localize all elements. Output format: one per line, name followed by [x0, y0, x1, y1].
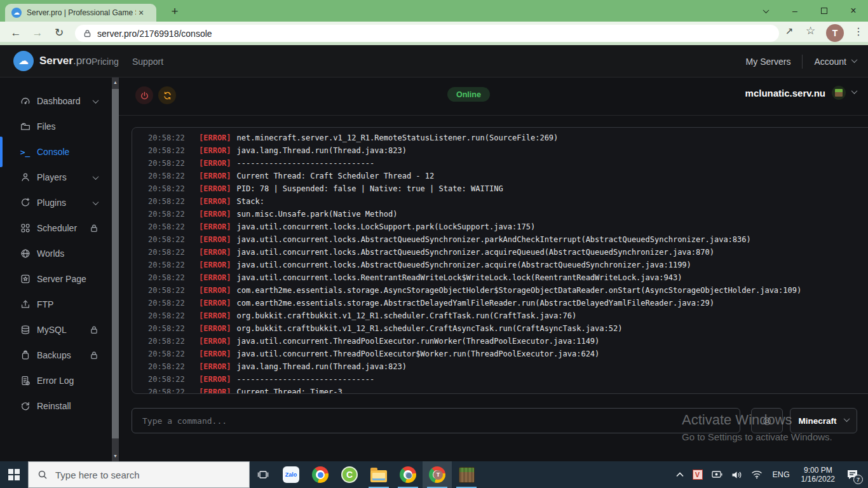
log-row: 20:58:22[ERROR]java.util.concurrent.Thre… [132, 335, 868, 348]
tab-search-icon[interactable] [751, 0, 780, 22]
log-level-tag: [ERROR] [199, 157, 231, 170]
bookmark-star-icon[interactable]: ☆ [806, 24, 815, 37]
sidebar-item-label: Server Page [37, 274, 98, 284]
browser-tab[interactable]: ☁ Server.pro | Professional Game Se × [5, 4, 156, 22]
taskbar-search[interactable]: Type here to search [28, 461, 250, 488]
tab-title: Server.pro | Professional Game Se [27, 8, 136, 17]
sidebar-item-mysql[interactable]: MySQL [0, 317, 112, 342]
taskbar-app-chrome[interactable] [306, 461, 335, 488]
sidebar-item-dashboard[interactable]: Dashboard [0, 88, 112, 114]
console-action-button[interactable]: ◎ [751, 408, 783, 433]
log-timestamp: 20:58:22 [148, 259, 185, 271]
log-message: java.util.concurrent.ThreadPoolExecutor.… [237, 337, 600, 346]
log-message: java.lang.Thread.run(Thread.java:823) [237, 362, 407, 371]
sidebar-item-scheduler[interactable]: Scheduler [0, 215, 112, 241]
window-close-button[interactable]: × [839, 0, 868, 22]
console-output[interactable]: 20:58:22[ERROR]net.minecraft.server.v1_1… [132, 127, 868, 394]
sidebar-item-server-page[interactable]: Server Page [0, 266, 112, 292]
maximize-button[interactable] [810, 0, 839, 22]
lock-icon [84, 29, 91, 37]
log-row: 20:58:22[ERROR]PID: 78 | Suspended: fals… [132, 182, 868, 195]
sidebar-item-label: Dashboard [37, 96, 93, 106]
log-message: java.lang.Thread.run(Thread.java:823) [237, 146, 407, 155]
taskbar-app-minecraft[interactable] [452, 461, 481, 488]
task-view-icon[interactable] [250, 461, 276, 488]
brand-name[interactable]: Server.pro [39, 55, 92, 67]
sidebar-item-label: Players [37, 172, 93, 182]
sidebar-item-backups[interactable]: Backups [0, 342, 112, 368]
share-icon[interactable]: ↗ [785, 25, 794, 37]
sidebar-item-label: Reinstall [37, 401, 98, 411]
sidebar-item-console[interactable]: >_Console [0, 139, 112, 165]
chevron-down-icon [93, 99, 98, 104]
address-bar[interactable]: server.pro/21769918/console [75, 25, 779, 42]
log-level-tag: [ERROR] [199, 144, 231, 157]
sidebar-item-worlds[interactable]: Worlds [0, 241, 112, 266]
scroll-up-icon[interactable]: ▲ [112, 79, 119, 86]
serverpro-favicon-icon: ☁ [11, 8, 22, 18]
language-indicator[interactable]: ENG [767, 461, 796, 488]
log-timestamp: 20:58:22 [148, 335, 185, 348]
sidebar-scrollbar[interactable]: ▲ ▼ [112, 78, 119, 461]
sidebar-scroll-thumb[interactable] [112, 89, 119, 438]
forward-icon[interactable]: → [29, 25, 46, 41]
start-button[interactable] [0, 461, 28, 488]
windows-logo-icon [8, 469, 20, 480]
log-level-tag: [ERROR] [199, 348, 231, 360]
log-timestamp: 20:58:22 [148, 170, 185, 182]
taskbar-app-chrome-profile[interactable] [393, 461, 423, 488]
command-input[interactable] [132, 408, 740, 433]
browser-menu-icon[interactable]: ⋮ [853, 25, 864, 37]
profile-avatar[interactable]: T [826, 24, 844, 42]
taskbar-app-chrome-active[interactable]: T [423, 461, 452, 488]
v-app-icon[interactable]: V [688, 461, 707, 488]
power-button[interactable] [135, 86, 153, 104]
cast-icon[interactable] [707, 461, 727, 488]
account-menu[interactable]: Account [814, 57, 857, 67]
restart-button[interactable] [158, 86, 176, 104]
back-icon[interactable]: ← [8, 25, 24, 41]
log-row: 20:58:22[ERROR]net.minecraft.server.v1_1… [132, 132, 868, 144]
taskbar-app-explorer[interactable] [364, 461, 393, 488]
taskbar-app-coccoc[interactable]: C [335, 461, 364, 488]
log-message: com.earth2me.essentials.storage.AsyncSto… [237, 286, 802, 295]
log-message: Stack: [237, 197, 264, 206]
sidebar-item-error-log[interactable]: Error Log [0, 368, 112, 393]
sidebar-item-label: Console [37, 147, 98, 157]
nav-pricing[interactable]: Pricing [92, 57, 119, 67]
version-dropdown[interactable]: Minecraft [790, 408, 857, 433]
nav-support[interactable]: Support [132, 57, 163, 67]
minimize-button[interactable]: – [780, 0, 810, 22]
log-level-tag: [ERROR] [199, 233, 231, 246]
clock[interactable]: 9:00 PM 1/16/2022 [796, 461, 841, 488]
serverpro-logo-icon[interactable]: ☁ [13, 51, 34, 71]
log-level-tag: [ERROR] [199, 170, 231, 182]
log-timestamp: 20:58:22 [148, 297, 185, 309]
tab-close-icon[interactable]: × [139, 8, 144, 18]
chevron-down-icon [851, 57, 858, 63]
sidebar-item-reinstall[interactable]: Reinstall [0, 393, 112, 419]
notification-center-icon[interactable]: 7 [841, 461, 868, 488]
screen: ☁ Server.pro | Professional Game Se × + … [0, 0, 868, 488]
sidebar-item-players[interactable]: Players [0, 165, 112, 190]
chevron-down-icon [93, 201, 98, 205]
notification-badge: 7 [853, 475, 863, 484]
server-selector[interactable]: mclunatic.serv.nu [745, 86, 857, 100]
volume-icon[interactable] [727, 461, 747, 488]
sidebar-item-ftp[interactable]: FTP [0, 292, 112, 317]
sidebar-item-files[interactable]: Files [0, 114, 112, 139]
tray-chevron-up-icon[interactable] [672, 461, 688, 488]
log-timestamp: 20:58:22 [148, 271, 185, 284]
circle-icon: ◎ [763, 415, 771, 426]
app-header: ☁ Server.pro Pricing Support My Servers … [0, 45, 868, 78]
new-tab-button[interactable]: + [166, 3, 183, 20]
refresh-page-icon[interactable]: ↻ [51, 25, 67, 41]
wifi-icon[interactable] [747, 461, 767, 488]
taskbar-app-zalo[interactable]: Zalo [276, 461, 306, 488]
log-timestamp: 20:58:22 [148, 157, 185, 170]
sidebar-item-plugins[interactable]: Plugins [0, 190, 112, 215]
log-row: 20:58:22[ERROR]Current Thread: Timer-3 [132, 386, 868, 394]
log-timestamp: 20:58:22 [148, 386, 185, 394]
nav-my-servers[interactable]: My Servers [746, 57, 791, 67]
scroll-down-icon[interactable]: ▼ [112, 452, 119, 460]
